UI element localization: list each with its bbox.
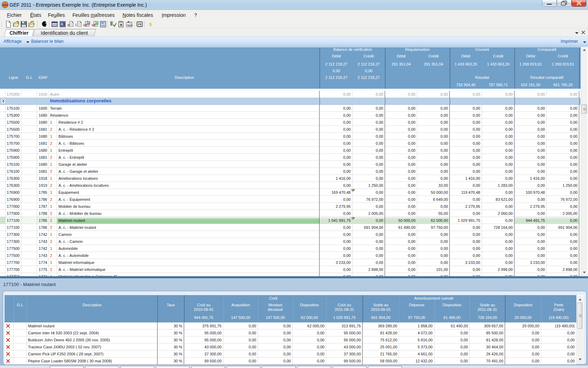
svg-text:P: P (96, 22, 98, 25)
svg-text:F: F (88, 22, 90, 25)
svg-text:D: D (68, 23, 70, 27)
svg-text:$: $ (149, 22, 152, 27)
svg-text:NC: NC (101, 21, 105, 25)
svg-text:GEF: GEF (2, 4, 8, 7)
svg-text:F5: F5 (138, 23, 141, 26)
svg-text:İ: İ (76, 23, 77, 27)
svg-text:TEDF: TEDF (127, 24, 133, 27)
